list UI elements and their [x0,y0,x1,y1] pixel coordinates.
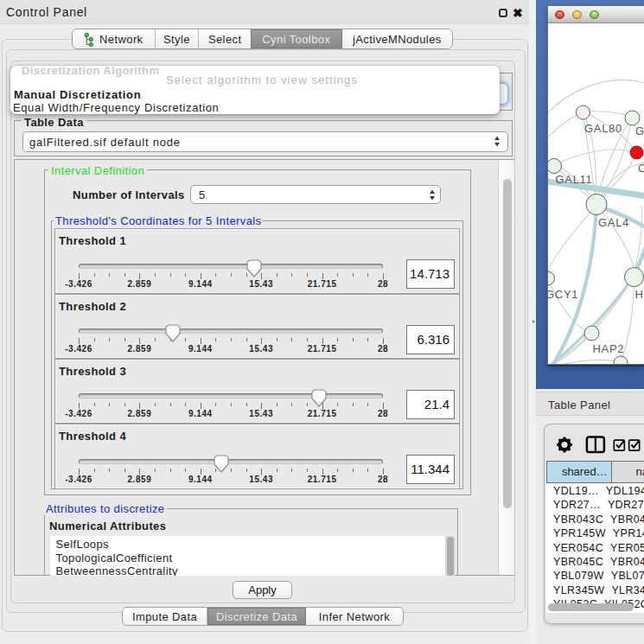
svg-text:HAP2: HAP2 [593,342,625,355]
svg-text:GAL11: GAL11 [556,173,593,186]
svg-text:GAL80: GAL80 [584,122,622,135]
svg-text:CO: CO [638,162,644,175]
svg-text:GAL4: GAL4 [598,216,629,229]
svg-text:GCY1: GCY1 [548,288,578,301]
svg-text:GAL: GAL [635,124,644,137]
svg-text:H: H [635,288,644,301]
